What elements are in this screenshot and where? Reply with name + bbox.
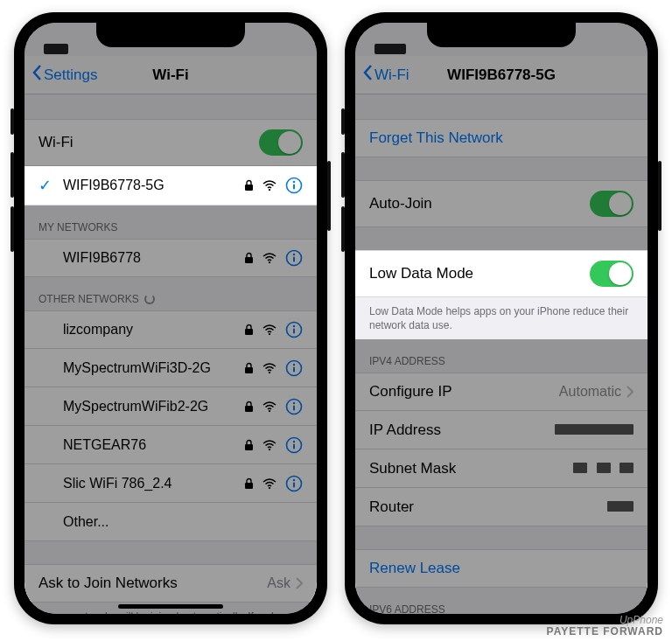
network-row[interactable]: Slic WiFi 786_2.4 xyxy=(24,464,317,503)
forget-network-row[interactable]: Forget This Network xyxy=(355,119,648,157)
svg-point-1 xyxy=(269,189,270,191)
auto-join-label: Auto-Join xyxy=(369,195,590,213)
wifi-toggle-row[interactable]: Wi-Fi xyxy=(24,119,317,166)
svg-point-26 xyxy=(269,448,270,449)
wifi-icon xyxy=(262,363,276,373)
ask-label: Ask to Join Networks xyxy=(38,575,267,592)
back-label: Settings xyxy=(44,66,97,84)
svg-rect-15 xyxy=(245,367,253,373)
info-icon[interactable] xyxy=(285,321,303,338)
connected-network-row[interactable]: ✓ WIFI9B6778-5G xyxy=(24,166,317,206)
low-data-mode-row[interactable]: Low Data Mode xyxy=(355,250,648,297)
screen-wifi-list: Settings Wi-Fi Wi-Fi ✓ WIFI9B6778-5G xyxy=(24,23,317,614)
wifi-icon xyxy=(262,401,276,412)
info-icon[interactable] xyxy=(285,475,303,492)
wifi-icon xyxy=(262,253,276,263)
low-data-toggle[interactable] xyxy=(590,261,634,287)
svg-point-8 xyxy=(293,254,295,255)
chevron-left-icon xyxy=(32,64,42,86)
other-network-row[interactable]: Other... xyxy=(24,503,317,541)
screen-network-detail: Wi-Fi WIFI9B6778-5G Forget This Network … xyxy=(355,23,648,614)
info-icon[interactable] xyxy=(285,436,303,454)
wifi-icon xyxy=(262,180,276,191)
svg-point-13 xyxy=(293,325,295,327)
lock-icon xyxy=(244,439,254,451)
info-icon[interactable] xyxy=(285,177,303,194)
watermark: UpPhone PAYETTE FORWARD xyxy=(547,615,663,638)
lock-icon xyxy=(244,401,254,413)
lock-icon xyxy=(244,362,254,374)
svg-rect-10 xyxy=(245,329,253,335)
network-row[interactable]: MySpectrumWiFi3D-2G xyxy=(24,349,317,387)
svg-rect-30 xyxy=(245,483,253,489)
svg-rect-25 xyxy=(245,444,253,450)
svg-rect-20 xyxy=(245,406,253,412)
network-row[interactable]: MySpectrumWiFib2-2G xyxy=(24,387,317,426)
svg-rect-5 xyxy=(245,257,253,263)
info-icon[interactable] xyxy=(285,249,303,267)
lock-icon xyxy=(244,179,254,192)
ip-address-row: IP Address xyxy=(355,411,648,449)
wifi-icon xyxy=(262,478,276,489)
svg-rect-0 xyxy=(245,185,253,191)
forget-label: Forget This Network xyxy=(369,129,634,147)
svg-rect-14 xyxy=(293,329,295,334)
other-label: Other... xyxy=(63,514,303,530)
chevron-right-icon xyxy=(296,577,303,589)
home-indicator[interactable] xyxy=(118,604,223,609)
wifi-icon xyxy=(262,324,276,335)
svg-point-16 xyxy=(269,371,270,373)
back-button[interactable]: Settings xyxy=(32,64,97,86)
svg-rect-19 xyxy=(293,366,295,372)
checkmark-icon: ✓ xyxy=(38,176,63,195)
phone-right: Wi-Fi WIFI9B6778-5G Forget This Network … xyxy=(345,12,658,624)
svg-rect-29 xyxy=(293,443,295,449)
subnet-mask-row: Subnet Mask xyxy=(355,449,648,488)
svg-point-23 xyxy=(293,401,295,403)
ipv6-header: IPV6 ADDRESS xyxy=(355,588,648,614)
ask-value: Ask xyxy=(267,575,290,591)
svg-point-21 xyxy=(269,409,270,411)
svg-point-28 xyxy=(293,440,295,442)
wifi-icon xyxy=(262,440,276,450)
network-name: MySpectrumWiFi3D-2G xyxy=(63,360,244,376)
auto-join-toggle[interactable] xyxy=(590,191,634,217)
spinner-icon xyxy=(144,294,155,304)
network-name: lizcompany xyxy=(63,322,244,338)
low-data-label: Low Data Mode xyxy=(369,265,590,282)
network-name: NETGEAR76 xyxy=(63,437,244,453)
my-networks-header: MY NETWORKS xyxy=(24,206,317,239)
lock-icon xyxy=(244,252,254,264)
info-icon[interactable] xyxy=(285,359,303,377)
auto-join-row[interactable]: Auto-Join xyxy=(355,180,648,227)
network-name: Slic WiFi 786_2.4 xyxy=(63,476,244,491)
svg-point-33 xyxy=(293,478,295,480)
svg-rect-9 xyxy=(293,257,295,262)
network-name: WIFI9B6778 xyxy=(63,250,244,266)
network-name: MySpectrumWiFib2-2G xyxy=(63,399,244,415)
network-name: WIFI9B6778-5G xyxy=(63,178,244,193)
back-label: Wi-Fi xyxy=(374,66,410,84)
ask-to-join-row[interactable]: Ask to Join Networks Ask xyxy=(24,564,317,603)
wifi-toggle[interactable] xyxy=(259,129,303,156)
network-row[interactable]: WIFI9B6778 xyxy=(24,239,317,277)
svg-point-18 xyxy=(293,363,295,365)
renew-lease-row[interactable]: Renew Lease xyxy=(355,549,648,588)
ipv4-header: IPV4 ADDRESS xyxy=(355,339,648,373)
svg-point-3 xyxy=(293,181,295,183)
nav-bar: Wi-Fi WIFI9B6778-5G xyxy=(355,56,648,94)
svg-point-11 xyxy=(269,333,270,335)
network-row[interactable]: lizcompany xyxy=(24,310,317,349)
svg-rect-34 xyxy=(293,482,295,487)
low-data-footer: Low Data Mode helps apps on your iPhone … xyxy=(355,297,648,339)
wifi-label: Wi-Fi xyxy=(38,134,259,151)
chevron-left-icon xyxy=(362,64,373,86)
router-row: Router xyxy=(355,488,648,526)
phone-left: Settings Wi-Fi Wi-Fi ✓ WIFI9B6778-5G xyxy=(14,12,327,624)
back-button[interactable]: Wi-Fi xyxy=(362,64,410,86)
network-row[interactable]: NETGEAR76 xyxy=(24,426,317,464)
configure-ip-row[interactable]: Configure IP Automatic xyxy=(355,373,648,411)
svg-point-6 xyxy=(269,261,270,263)
other-networks-header: OTHER NETWORKS xyxy=(24,277,317,310)
info-icon[interactable] xyxy=(285,398,303,415)
